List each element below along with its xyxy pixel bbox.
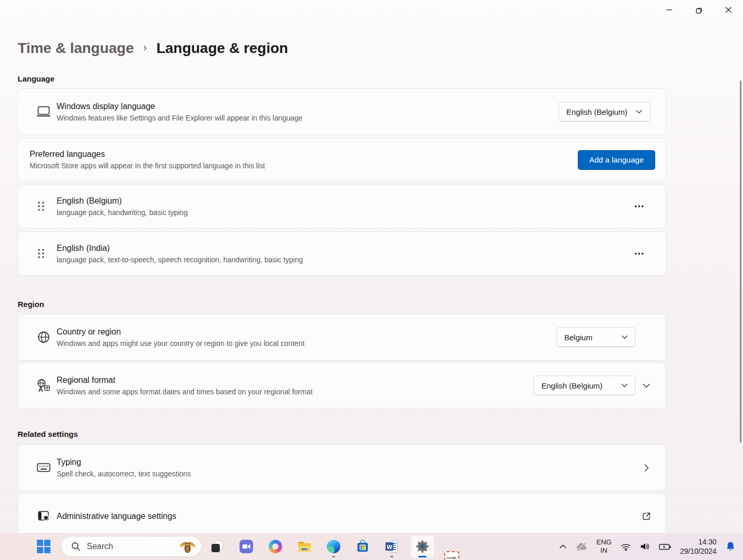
snipping-overlay-icon[interactable] <box>444 551 459 560</box>
breadcrumb: Time & language › Language & region <box>18 38 666 59</box>
titlebar <box>0 0 743 21</box>
input-language-indicator[interactable]: ENG IN <box>596 538 612 555</box>
copilot-button[interactable] <box>265 535 286 558</box>
drag-handle-icon[interactable] <box>37 201 57 212</box>
tray-time: 14:30 <box>698 538 717 546</box>
svg-text:W: W <box>387 544 392 550</box>
windows-logo-icon <box>37 540 50 553</box>
language-features: language pack, text-to-speech, speech re… <box>57 256 629 264</box>
admin-settings-title: Administrative language settings <box>57 512 635 521</box>
chat-button[interactable] <box>236 535 257 558</box>
more-options-button[interactable]: ••• <box>629 245 650 262</box>
copilot-icon <box>269 540 282 553</box>
battery-button[interactable] <box>659 543 671 551</box>
edge-button[interactable] <box>323 535 344 558</box>
word-icon: W <box>385 540 399 553</box>
chevron-up-icon <box>560 544 566 549</box>
volume-button[interactable] <box>640 542 650 551</box>
close-button[interactable] <box>717 0 740 20</box>
display-language-subtitle: Windows features like Settings and File … <box>57 114 559 122</box>
country-region-title: Country or region <box>57 327 556 337</box>
external-link-icon <box>640 511 653 522</box>
taskbar-app-icons: W <box>207 535 434 558</box>
minimize-icon <box>666 7 672 13</box>
language-row-english-belgium[interactable]: English (Belgium) language pack, handwri… <box>18 184 666 229</box>
regional-format-dropdown[interactable]: English (Belgium) <box>534 376 635 395</box>
search-input[interactable]: Search <box>61 536 202 557</box>
task-view-button[interactable] <box>207 535 228 558</box>
display-language-value: English (Belgium) <box>566 108 628 116</box>
microsoft-store-icon <box>356 540 369 553</box>
display-icon <box>37 106 57 117</box>
chevron-down-icon <box>621 335 628 339</box>
globe-icon <box>37 330 57 344</box>
preferred-languages-card: Preferred languages Microsoft Store apps… <box>18 138 666 182</box>
preferred-languages-title: Preferred languages <box>30 150 578 159</box>
language-name: English (Belgium) <box>57 196 629 206</box>
display-language-dropdown[interactable]: English (Belgium) <box>559 102 650 122</box>
language-features: language pack, handwriting, basic typing <box>57 208 629 217</box>
search-placeholder: Search <box>87 542 172 551</box>
battery-charging-icon <box>659 543 671 551</box>
regional-format-subtitle: Windows and some apps format dates and t… <box>57 388 534 396</box>
chat-icon <box>240 540 253 553</box>
window-controls <box>657 0 743 21</box>
country-region-card: Country or region Windows and apps might… <box>18 314 666 361</box>
keyboard-icon <box>37 462 57 473</box>
file-explorer-button[interactable] <box>294 535 315 558</box>
typing-card[interactable]: Typing Spell check, autocorrect, text su… <box>18 444 666 491</box>
restore-icon <box>696 7 702 14</box>
minimize-button[interactable] <box>657 0 681 20</box>
search-icon <box>71 542 81 551</box>
display-language-card: Windows display language Windows feature… <box>18 88 666 135</box>
search-highlight-owl-icon <box>178 539 197 554</box>
typing-title: Typing <box>57 458 635 467</box>
ellipsis-icon: ••• <box>634 203 645 210</box>
notification-bell-icon <box>725 541 736 552</box>
close-icon <box>725 7 732 13</box>
expand-row-button[interactable] <box>640 383 653 388</box>
language-name: English (India) <box>57 244 629 253</box>
svg-text:A: A <box>38 386 43 393</box>
country-region-value: Belgium <box>564 333 592 342</box>
microsoft-store-button[interactable] <box>352 535 373 558</box>
wifi-icon <box>620 542 631 551</box>
system-tray: ENG IN <box>560 533 743 560</box>
start-button[interactable] <box>33 535 54 558</box>
word-button[interactable]: W <box>381 535 402 558</box>
section-language: Language <box>18 74 666 84</box>
active-indicator <box>418 556 427 557</box>
chevron-down-icon <box>621 383 628 388</box>
breadcrumb-parent[interactable]: Time & language <box>18 40 134 57</box>
onedrive-status-button[interactable] <box>575 542 588 551</box>
onedrive-offline-icon <box>575 542 588 551</box>
country-region-dropdown[interactable]: Belgium <box>556 327 635 347</box>
tray-date: 29/10/2024 <box>680 547 717 555</box>
wifi-button[interactable] <box>620 542 631 551</box>
regional-format-value: English (Belgium) <box>541 381 603 390</box>
settings-button[interactable] <box>410 535 434 558</box>
language-row-english-india[interactable]: English (India) language pack, text-to-s… <box>18 231 666 276</box>
admin-settings-icon <box>37 510 57 523</box>
typing-subtitle: Spell check, autocorrect, text suggestio… <box>57 470 635 478</box>
file-explorer-icon <box>298 540 311 553</box>
tray-chevron-up-button[interactable] <box>560 544 566 549</box>
preferred-languages-subtitle: Microsoft Store apps will appear in the … <box>30 162 578 170</box>
edge-icon <box>327 540 340 553</box>
breadcrumb-separator-icon: › <box>143 41 147 55</box>
more-options-button[interactable]: ••• <box>629 197 650 215</box>
drag-handle-icon[interactable] <box>37 248 57 259</box>
chevron-down-icon <box>643 383 650 388</box>
running-indicator <box>390 556 393 557</box>
speaker-icon <box>640 542 650 551</box>
restore-button[interactable] <box>687 0 711 20</box>
running-indicator <box>332 556 335 557</box>
clock-date[interactable]: 14:30 29/10/2024 <box>680 537 717 556</box>
ellipsis-icon: ••• <box>634 250 645 258</box>
scrollbar[interactable] <box>740 81 741 443</box>
notifications-button[interactable] <box>725 541 736 552</box>
gear-icon <box>415 539 430 554</box>
add-language-button[interactable]: Add a language <box>578 150 655 170</box>
regional-format-card: A Regional format Windows and some apps … <box>18 363 666 408</box>
page-title: Language & region <box>156 40 288 57</box>
